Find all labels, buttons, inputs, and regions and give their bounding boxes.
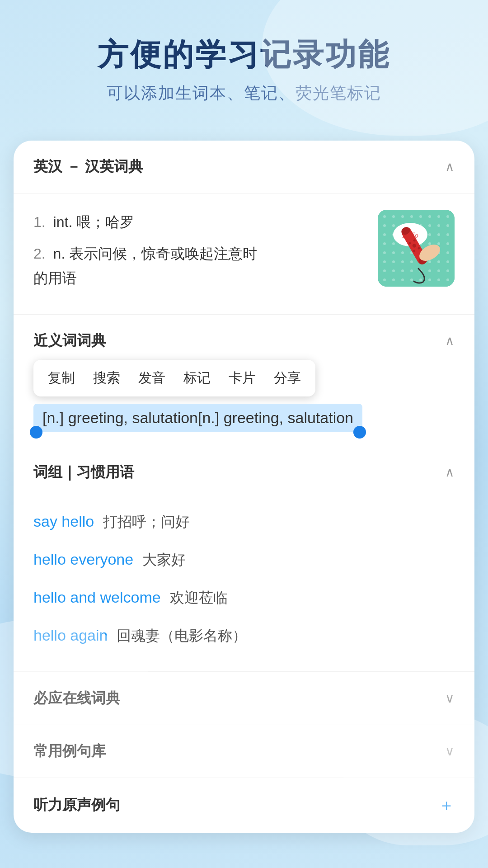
phrase-zh-4: 回魂妻（电影名称）	[117, 626, 247, 646]
svg-point-1	[383, 215, 386, 218]
phrase-zh-1: 打招呼；问好	[103, 512, 190, 532]
header-title: 方便的学习记录功能	[27, 36, 461, 73]
menu-share[interactable]: 分享	[274, 369, 301, 387]
def-item-2: 2. n. 表示问候，惊奇或唤起注意时的用语	[33, 241, 369, 291]
svg-point-25	[383, 242, 386, 245]
svg-point-44	[410, 260, 413, 263]
phrase-item-3[interactable]: hello and welcome 欢迎莅临	[33, 579, 455, 617]
svg-point-4	[410, 215, 413, 218]
menu-pronounce[interactable]: 发音	[138, 369, 165, 387]
def-num-2: 2.	[33, 245, 46, 262]
svg-point-50	[392, 269, 395, 272]
dict-section-title: 英汉 － 汉英词典	[33, 157, 143, 177]
phrases-section: 词组｜习惯用语 ∧ say hello 打招呼；问好 hello everyon…	[14, 446, 474, 672]
svg-point-2	[392, 215, 395, 218]
svg-point-34	[392, 251, 395, 254]
svg-point-48	[446, 260, 449, 263]
phrase-item-4[interactable]: hello again 回魂妻（电影名称）	[33, 617, 455, 655]
synonyms-header[interactable]: 近义词词典 ∧	[14, 315, 474, 360]
svg-point-32	[446, 242, 449, 245]
svg-point-42	[392, 260, 395, 263]
phrase-en-3: hello and welcome	[33, 589, 161, 606]
hello-illustration: Hello	[378, 210, 455, 287]
bing-section[interactable]: 必应在线词典 ∨	[14, 672, 474, 725]
phrase-list: say hello 打招呼；问好 hello everyone 大家好 hell…	[14, 499, 474, 671]
synonyms-section: 近义词词典 ∧ 复制 搜索 发音 标记 卡片 分享 [n.] greeting,…	[14, 315, 474, 446]
svg-point-9	[383, 224, 386, 227]
svg-point-60	[410, 278, 413, 281]
selection-handle-right	[353, 426, 366, 439]
svg-point-59	[401, 278, 404, 281]
svg-point-26	[392, 242, 395, 245]
svg-point-41	[383, 260, 386, 263]
svg-point-54	[428, 269, 431, 272]
svg-point-43	[401, 260, 404, 263]
phrases-chevron-icon: ∧	[445, 465, 455, 480]
menu-copy[interactable]: 复制	[48, 369, 75, 387]
def-item-1: 1. int. 喂；哈罗	[33, 210, 369, 234]
svg-point-47	[437, 260, 440, 263]
phrase-en-2: hello everyone	[33, 551, 133, 568]
menu-search[interactable]: 搜索	[93, 369, 120, 387]
def-pos-1: int. 喂；哈罗	[53, 214, 135, 230]
svg-point-6	[428, 215, 431, 218]
synonyms-title: 近义词词典	[33, 331, 106, 351]
bing-chevron-icon: ∨	[445, 691, 455, 706]
svg-point-56	[446, 269, 449, 272]
phrase-zh-3: 欢迎莅临	[170, 588, 228, 608]
svg-point-3	[401, 215, 404, 218]
phrase-item-1[interactable]: say hello 打招呼；问好	[33, 503, 455, 541]
svg-point-14	[428, 224, 431, 227]
audio-section[interactable]: 听力原声例句 ＋	[14, 778, 474, 833]
phrase-en-1: say hello	[33, 513, 94, 530]
svg-point-40	[446, 251, 449, 254]
svg-point-16	[446, 224, 449, 227]
svg-point-35	[401, 251, 404, 254]
svg-point-46	[428, 260, 431, 263]
definition-text: 1. int. 喂；哈罗 2. n. 表示问候，惊奇或唤起注意时的用语	[33, 210, 369, 298]
svg-point-23	[437, 233, 440, 236]
svg-point-24	[446, 233, 449, 236]
svg-point-52	[410, 269, 413, 272]
svg-point-7	[437, 215, 440, 218]
definition-area: 1. int. 喂；哈罗 2. n. 表示问候，惊奇或唤起注意时的用语	[14, 193, 474, 315]
synonyms-chevron-icon: ∧	[445, 333, 455, 348]
def-pos-2: n. 表示问候，惊奇或唤起注意时的用语	[33, 245, 257, 286]
phrases-title: 词组｜习惯用语	[33, 462, 134, 482]
selected-text[interactable]: [n.] greeting, salutation[n.] greeting, …	[33, 404, 362, 432]
svg-point-33	[383, 251, 386, 254]
def-num-1: 1.	[33, 214, 46, 230]
svg-point-63	[437, 278, 440, 281]
examples-section-title: 常用例句库	[33, 741, 106, 761]
svg-point-62	[428, 278, 431, 281]
phrase-item-2[interactable]: hello everyone 大家好	[33, 541, 455, 579]
examples-section[interactable]: 常用例句库 ∨	[14, 725, 474, 778]
dict-chevron-icon: ∧	[445, 159, 455, 174]
svg-point-55	[437, 269, 440, 272]
phrase-en-4: hello again	[33, 627, 108, 644]
svg-point-57	[383, 278, 386, 281]
svg-point-49	[383, 269, 386, 272]
svg-point-5	[419, 215, 422, 218]
selection-handle-left	[30, 426, 42, 439]
svg-point-58	[392, 278, 395, 281]
selected-text-area: [n.] greeting, salutation[n.] greeting, …	[33, 404, 455, 432]
phrases-header[interactable]: 词组｜习惯用语 ∧	[14, 446, 474, 499]
svg-point-30	[428, 242, 431, 245]
svg-point-22	[428, 233, 431, 236]
menu-mark[interactable]: 标记	[183, 369, 211, 387]
menu-card[interactable]: 卡片	[229, 369, 256, 387]
phrase-zh-2: 大家好	[142, 550, 186, 570]
examples-chevron-icon: ∨	[445, 744, 455, 759]
svg-point-64	[446, 278, 449, 281]
svg-point-17	[383, 233, 386, 236]
header-subtitle: 可以添加生词本、笔记、荧光笔标记	[27, 82, 461, 104]
svg-point-31	[437, 242, 440, 245]
svg-point-15	[437, 224, 440, 227]
audio-section-title: 听力原声例句	[33, 795, 120, 815]
svg-point-8	[446, 215, 449, 218]
header: 方便的学习记录功能 可以添加生词本、笔记、荧光笔标记	[0, 0, 488, 123]
svg-point-10	[392, 224, 395, 227]
audio-plus-icon[interactable]: ＋	[438, 794, 455, 816]
dict-section-header[interactable]: 英汉 － 汉英词典 ∧	[14, 141, 474, 193]
